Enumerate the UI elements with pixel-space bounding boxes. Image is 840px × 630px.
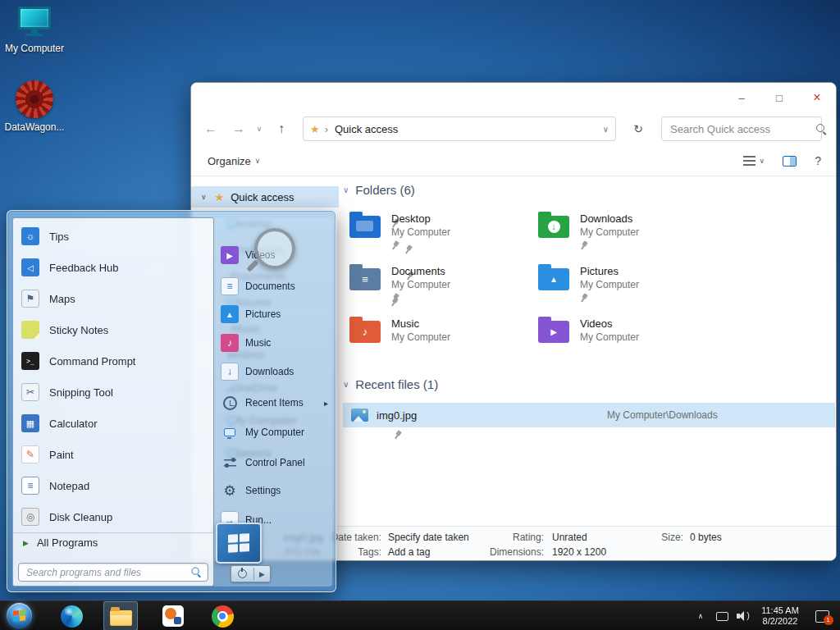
close-button[interactable]: × (798, 83, 836, 112)
window-controls: – □ × (723, 83, 836, 112)
folder-location: My Computer (580, 226, 639, 238)
start-place-label: Settings (245, 485, 281, 496)
start-place-recent-items[interactable]: Recent Items ▸ (214, 391, 332, 414)
rating-label: Rating: (478, 532, 544, 543)
magnifier-cursor-icon (254, 228, 295, 269)
folder-tile-downloads[interactable]: ↓ Downloads My Computer (538, 211, 714, 253)
address-bar[interactable]: ★ › Quick access ∨ (303, 116, 616, 141)
forward-button[interactable]: → (227, 112, 250, 145)
date-taken-value[interactable]: Specify date taken (388, 532, 469, 543)
start-place-my-computer[interactable]: My Computer (214, 421, 332, 444)
start-button[interactable] (7, 603, 32, 628)
desktop-icon-label: My Computer (5, 43, 64, 54)
start-place-documents[interactable]: ≡ Documents (214, 275, 332, 298)
folder-tile-pictures[interactable]: ▲ Pictures My Computer (538, 263, 714, 306)
organize-menu[interactable]: Organize ∨ (208, 145, 260, 176)
collapse-icon[interactable]: ∨ (201, 193, 207, 201)
dimensions-value: 1920 x 1200 (552, 546, 606, 558)
start-place-downloads[interactable]: ↓ Downloads (214, 360, 332, 383)
taskbar-item-edge[interactable] (54, 601, 89, 630)
address-dropdown-icon[interactable]: ∨ (603, 125, 609, 134)
notification-icon: 1 (815, 610, 829, 623)
start-place-pictures[interactable]: ▲ Pictures (214, 303, 332, 326)
start-search-input[interactable] (25, 566, 191, 579)
sidebar-item-label: Quick access (231, 191, 294, 203)
search-icon (192, 568, 202, 578)
start-item-calculator[interactable]: ▦ Calculator (13, 409, 213, 438)
start-item-paint[interactable]: ✎ Paint (13, 440, 213, 469)
recent-file-row[interactable]: img0.jpg My Computer\Downloads (343, 403, 835, 427)
all-programs-label: All Programs (37, 536, 98, 549)
quick-access-star-icon: ★ (215, 191, 225, 203)
search-input[interactable] (669, 122, 816, 136)
file-name: img0.jpg (377, 409, 417, 422)
preview-pane-icon[interactable] (783, 156, 797, 167)
folder-glyph: ♪ (363, 326, 368, 337)
chevron-down-icon: ∨ (343, 185, 349, 194)
folder-glyph: ↓ (548, 221, 560, 233)
start-item-label: Command Prompt (49, 355, 135, 368)
folders-section-header[interactable]: ∨ Folders (6) (343, 183, 415, 197)
start-item-notepad[interactable]: ≡ Notepad (13, 471, 213, 500)
start-place-music[interactable]: ♪ Music (214, 331, 332, 354)
display-tray-icon[interactable] (712, 601, 732, 630)
refresh-button[interactable]: ↻ (624, 112, 652, 145)
taskbar-item-chrome[interactable] (205, 601, 240, 630)
user-avatar[interactable] (216, 523, 262, 564)
breadcrumb[interactable]: Quick access (335, 123, 398, 135)
file-path: My Computer\Downloads (607, 409, 718, 421)
volume-tray-icon[interactable]: ) (733, 601, 753, 630)
folder-tile-desktop[interactable]: Desktop My Computer (349, 211, 526, 253)
view-options-button[interactable]: ∨ (743, 156, 765, 166)
shutdown-options-arrow-icon[interactable]: ▶ (254, 570, 270, 578)
sidebar-item-quick-access[interactable]: ∨ ★ Quick access (191, 186, 339, 208)
start-item-disk-cleanup[interactable]: ◎ Disk Cleanup (13, 502, 213, 532)
start-item-snipping-tool[interactable]: ✂ Snipping Tool (13, 377, 213, 407)
start-item-maps[interactable]: ⚑ Maps (13, 284, 213, 313)
start-place-settings[interactable]: ⚙ Settings (214, 479, 332, 502)
tags-value[interactable]: Add a tag (388, 546, 430, 558)
start-item-label: Paint (49, 449, 74, 461)
feedback-hub-icon: ◁ (21, 258, 39, 276)
folder-location: My Computer (391, 279, 450, 290)
start-place-control-panel[interactable]: Control Panel (214, 451, 332, 474)
shutdown-button[interactable]: ▶ (231, 565, 271, 582)
section-title: Recent files (1) (355, 377, 438, 391)
search-box[interactable] (661, 116, 822, 141)
folder-tile-videos[interactable]: ▶ Videos My Computer (538, 316, 714, 343)
music-icon: ♪ (221, 334, 239, 352)
start-item-label: Notepad (49, 480, 89, 492)
start-item-sticky-notes[interactable]: Sticky Notes (13, 315, 213, 345)
tray-expand-button[interactable]: ∧ (692, 601, 709, 630)
taskbar-item-media-app[interactable] (156, 601, 190, 630)
taskbar-item-file-explorer[interactable] (103, 601, 138, 630)
minimize-button[interactable]: – (723, 83, 760, 112)
start-item-tips[interactable]: ☼ Tips (13, 221, 213, 251)
help-icon[interactable]: ? (815, 154, 821, 167)
up-button[interactable]: ↑ (270, 112, 293, 145)
size-label: Size: (631, 532, 683, 543)
chrome-icon (212, 605, 234, 628)
explorer-titlebar[interactable]: – □ × (191, 83, 836, 112)
recent-files-section-header[interactable]: ∨ Recent files (1) (343, 377, 438, 391)
start-item-label: Tips (49, 231, 69, 243)
taskbar-clock[interactable]: 11:45 AM 8/2/2022 (755, 601, 806, 630)
downloads-icon: ↓ (221, 363, 239, 381)
folder-tile-documents[interactable]: ≡ Documents My Computer (349, 263, 526, 306)
start-search-box[interactable] (18, 563, 208, 582)
explorer-navbar: ← → ∨ ↑ ★ › Quick access ∨ ↻ (191, 112, 836, 145)
maximize-button[interactable]: □ (760, 83, 798, 112)
history-dropdown-icon[interactable]: ∨ (252, 112, 267, 145)
start-item-command-prompt[interactable]: >_ Command Prompt (13, 346, 213, 376)
rating-value[interactable]: Unrated (552, 532, 587, 543)
image-file-icon (351, 409, 368, 422)
desktop-icon-datawagon[interactable]: DataWagon... (0, 80, 69, 133)
start-place-label: My Computer (245, 427, 304, 438)
back-button[interactable]: ← (199, 112, 222, 145)
start-item-feedback-hub[interactable]: ◁ Feedback Hub (13, 253, 213, 282)
all-programs-button[interactable]: ▶ All Programs (13, 532, 213, 552)
folder-tile-music[interactable]: ♪ Music My Computer (349, 316, 526, 343)
desktop-icon-my-computer[interactable]: My Computer (0, 7, 69, 54)
notification-center-button[interactable]: 1 (809, 601, 835, 630)
documents-folder-icon: ≡ (349, 268, 381, 290)
